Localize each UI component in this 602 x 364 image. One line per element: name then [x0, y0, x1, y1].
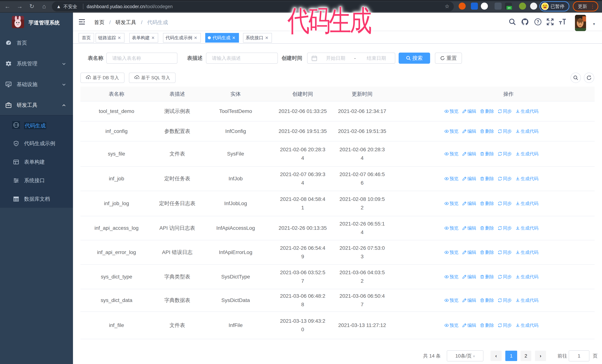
svg-text:?: ? [537, 20, 539, 24]
